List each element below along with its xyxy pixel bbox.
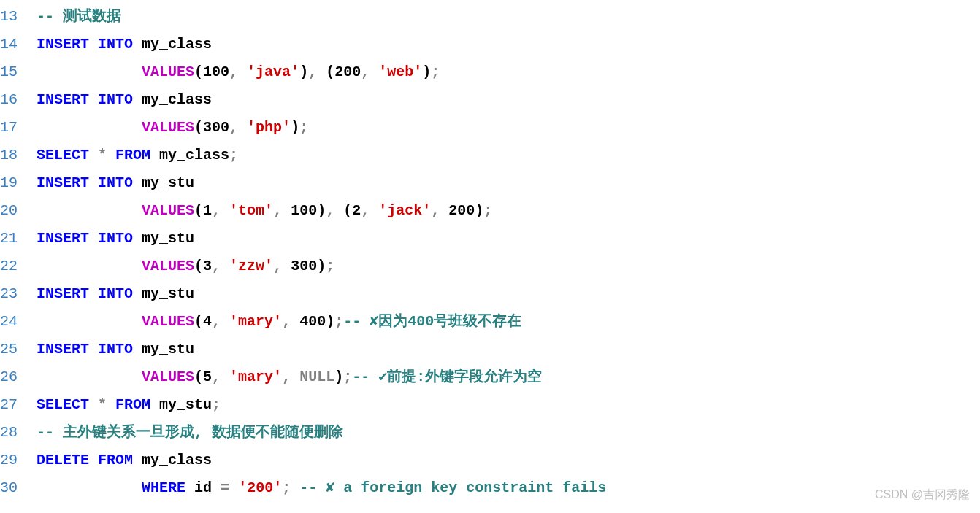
token-id <box>440 202 448 219</box>
code-content[interactable]: INSERT INTO my_stu <box>37 225 194 252</box>
token-id <box>370 63 378 80</box>
code-content[interactable]: SELECT * FROM my_class; <box>37 142 238 169</box>
token-kw: INTO <box>98 285 133 302</box>
token-str: 'java' <box>247 63 299 80</box>
token-id <box>89 341 98 358</box>
token-id <box>282 202 291 219</box>
code-content[interactable]: VALUES(3, 'zzw', 300); <box>37 252 334 280</box>
token-op: ; <box>334 313 343 330</box>
code-content[interactable]: INSERT INTO my_stu <box>37 280 194 308</box>
token-punct: ) <box>291 119 299 136</box>
token-id: my_stu <box>142 285 194 302</box>
token-num: 100 <box>203 63 229 80</box>
token-id <box>133 285 142 302</box>
token-fn: VALUES <box>142 313 194 330</box>
code-line: 24 VALUES(4, 'mary', 400);-- ✘因为400号班级不存… <box>0 308 980 336</box>
token-id <box>229 479 238 496</box>
code-content[interactable]: VALUES(4, 'mary', 400);-- ✘因为400号班级不存在 <box>37 308 521 336</box>
token-id <box>221 258 229 274</box>
code-line: 28-- 主外键关系一旦形成, 数据便不能随便删除 <box>0 419 980 447</box>
token-punct: ( <box>343 202 352 219</box>
line-number: 29 <box>0 447 37 474</box>
code-line: 19INSERT INTO my_stu <box>0 169 980 197</box>
code-content[interactable]: VALUES(100, 'java'), (200, 'web'); <box>37 58 440 86</box>
code-content[interactable]: INSERT INTO my_stu <box>37 169 194 197</box>
code-line: 16INSERT INTO my_class <box>0 86 980 114</box>
token-id <box>89 91 98 108</box>
token-op: * <box>98 396 107 413</box>
token-fn: VALUES <box>142 63 194 80</box>
code-content[interactable]: INSERT INTO my_class <box>37 86 212 114</box>
line-number: 16 <box>0 86 37 114</box>
token-num: 2 <box>352 202 361 219</box>
token-op: , <box>308 63 317 80</box>
token-id <box>133 91 142 108</box>
token-id <box>89 230 98 247</box>
line-number: 30 <box>0 474 37 502</box>
token-num: 5 <box>203 369 212 385</box>
token-id <box>317 63 326 80</box>
token-kw: INSERT <box>37 36 89 53</box>
token-id <box>282 258 291 274</box>
token-op: ; <box>326 258 334 274</box>
token-id <box>133 230 142 247</box>
token-id <box>89 396 98 413</box>
token-op: ; <box>212 396 221 413</box>
token-op: ; <box>431 63 440 80</box>
code-content[interactable]: VALUES(5, 'mary', NULL);-- ✔前提:外键字段允许为空 <box>37 363 542 391</box>
token-op: , <box>431 202 440 219</box>
code-content[interactable]: -- 测试数据 <box>37 3 121 31</box>
token-kw: INTO <box>98 174 133 191</box>
token-id <box>212 479 221 496</box>
token-kw: INTO <box>98 91 133 108</box>
code-line: 29DELETE FROM my_class <box>0 447 980 474</box>
token-op: ; <box>299 119 308 136</box>
token-id <box>133 174 142 191</box>
line-number: 28 <box>0 419 37 447</box>
code-line: 13-- 测试数据 <box>0 3 980 31</box>
token-op: , <box>212 202 221 219</box>
line-number: 26 <box>0 363 37 391</box>
code-content[interactable]: DELETE FROM my_class <box>37 447 212 474</box>
token-op: , <box>282 369 291 385</box>
token-punct: ) <box>422 63 431 80</box>
line-number: 22 <box>0 252 37 280</box>
line-number: 20 <box>0 197 37 225</box>
token-id: my_stu <box>142 174 194 191</box>
token-id <box>221 369 229 385</box>
code-content[interactable]: WHERE id = '200'; -- ✘ a foreign key con… <box>37 474 606 502</box>
watermark: CSDN @吉冈秀隆 <box>875 484 970 505</box>
code-content[interactable]: INSERT INTO my_stu <box>37 336 194 363</box>
token-id <box>150 147 159 163</box>
code-content[interactable]: VALUES(1, 'tom', 100), (2, 'jack', 200); <box>37 197 492 225</box>
token-fn: VALUES <box>142 369 194 385</box>
token-punct: ) <box>317 202 326 219</box>
token-id <box>89 147 98 163</box>
code-content[interactable]: -- 主外键关系一旦形成, 数据便不能随便删除 <box>37 419 343 447</box>
token-kw: FROM <box>115 147 150 163</box>
token-null: NULL <box>299 369 334 385</box>
code-line: 20 VALUES(1, 'tom', 100), (2, 'jack', 20… <box>0 197 980 225</box>
token-op: * <box>98 147 107 163</box>
token-op: , <box>361 63 370 80</box>
token-id <box>89 285 98 302</box>
code-content[interactable]: VALUES(300, 'php'); <box>37 114 308 142</box>
token-id: id <box>194 479 212 496</box>
token-op: , <box>229 63 238 80</box>
token-kw: SELECT <box>37 396 89 413</box>
code-content[interactable]: SELECT * FROM my_stu; <box>37 391 221 419</box>
token-op: , <box>326 202 334 219</box>
token-num: 4 <box>203 313 212 330</box>
code-line: 17 VALUES(300, 'php'); <box>0 114 980 142</box>
token-num: 300 <box>203 119 229 136</box>
token-op: = <box>221 479 229 496</box>
token-kw: INTO <box>98 36 133 53</box>
code-line: 22 VALUES(3, 'zzw', 300); <box>0 252 980 280</box>
line-number: 13 <box>0 3 37 31</box>
line-number: 14 <box>0 31 37 58</box>
token-op: ; <box>343 369 352 385</box>
token-num: 3 <box>203 258 212 274</box>
code-content[interactable]: INSERT INTO my_class <box>37 31 212 58</box>
token-id <box>334 202 343 219</box>
code-editor: 13-- 测试数据14INSERT INTO my_class15 VALUES… <box>0 3 980 502</box>
